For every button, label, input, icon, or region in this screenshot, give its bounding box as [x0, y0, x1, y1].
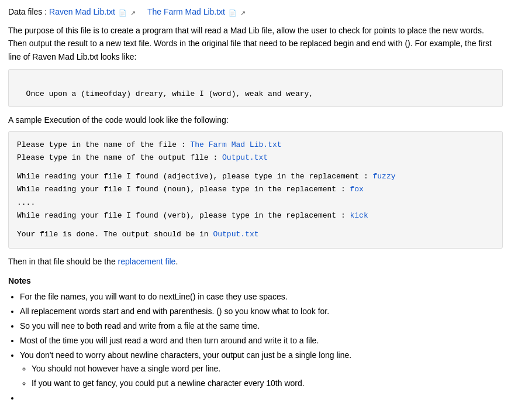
exec-line2-static: Please type in the name of the output fl… [17, 153, 222, 162]
note-item-1: For the file names, you will want to do … [20, 291, 503, 303]
replacement-line: Then in that file should be the replacem… [8, 256, 503, 268]
subnotes-list: You should not however have a single wor… [32, 363, 503, 390]
exec-line-6: While reading your file I found (verb), … [17, 209, 494, 222]
exec-line-3: While reading your file I found (adjecti… [17, 170, 494, 183]
file-icon-1: 📄 [119, 8, 127, 16]
exec-line-4: While reading your file I found (noun), … [17, 183, 494, 196]
execution-label: A sample Execution of the code would loo… [8, 114, 503, 126]
note-item-4: Most of the time you will just read a wo… [20, 335, 503, 347]
replacement-file-link[interactable]: replacement file [118, 257, 176, 266]
code-example-text: Once upon a (timeofday) dreary, while I … [26, 89, 313, 98]
note-item-5: You don't need to worry about newline ch… [20, 349, 503, 390]
exec-line3-static: While reading your file I found (adjecti… [17, 172, 373, 181]
exec-line4-input: fox [350, 185, 364, 194]
raven-mad-lib-link[interactable]: Raven Mad Lib.txt [49, 7, 115, 16]
exec-line1-static: Please type in the name of the file : [17, 140, 190, 149]
file-icon-2: 📄 [229, 8, 237, 16]
code-example-block: Once upon a (timeofday) dreary, while I … [8, 69, 503, 107]
subnote-item-1: You should not however have a single wor… [32, 363, 503, 375]
replacement-post: . [175, 257, 178, 266]
exec-line2-input: Output.txt [222, 153, 268, 162]
data-files-line: Data files : Raven Mad Lib.txt 📄 ↗ The F… [8, 6, 503, 18]
exec-line6-static: While reading your file I found (verb), … [17, 211, 350, 220]
note-item-6 [20, 392, 503, 404]
note-item-3: So you will nee to both read and write f… [20, 320, 503, 332]
exec-line6-input: kick [350, 211, 368, 220]
exec-line-1: Please type in the name of the file : Th… [17, 139, 494, 152]
notes-list: For the file names, you will want to do … [20, 291, 503, 404]
note-item-2: All replacement words start and end with… [20, 305, 503, 318]
replacement-pre: Then in that file should be the [8, 257, 118, 266]
exec-line1-input: The Farm Mad Lib.txt [190, 140, 281, 149]
farm-mad-lib-link[interactable]: The Farm Mad Lib.txt [147, 7, 225, 16]
execution-block: Please type in the name of the file : Th… [8, 131, 503, 249]
exec-line-2: Please type in the name of the output fl… [17, 152, 494, 164]
subnote-item-2: If you want to get fancy, you could put … [32, 377, 503, 390]
exec-dots: .... [17, 198, 35, 207]
exec-line7-static: Your file is done. The output should be … [17, 230, 213, 239]
external-link-icon-2: ↗ [240, 8, 248, 16]
external-link-icon-1: ↗ [130, 8, 139, 16]
exec-line-7: Your file is done. The output should be … [17, 228, 494, 241]
description-paragraph: The purpose of this file is to create a … [8, 24, 503, 63]
data-files-label: Data files : [8, 7, 47, 16]
exec-line3-input: fuzzy [373, 172, 396, 181]
exec-line4-static: While reading your file I found (noun), … [17, 185, 350, 194]
exec-line7-input: Output.txt [213, 230, 258, 239]
exec-line-dots: .... [17, 197, 494, 209]
notes-heading: Notes [8, 275, 503, 287]
